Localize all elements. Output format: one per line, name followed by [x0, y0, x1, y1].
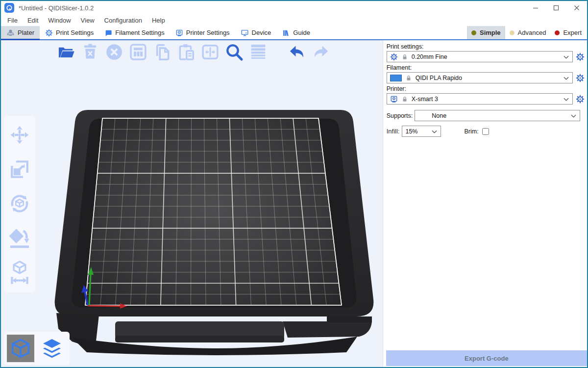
scale-tool-icon[interactable] — [8, 156, 31, 183]
layers-view-icon[interactable] — [38, 335, 66, 362]
place-on-face-tool-icon[interactable] — [8, 225, 31, 251]
tab-label: Print Settings — [56, 29, 94, 36]
chevron-down-icon — [432, 130, 437, 133]
lock-icon — [401, 96, 408, 103]
print-settings-combo[interactable]: 0.20mm Fine — [387, 51, 573, 62]
supports-label: Supports: — [387, 112, 413, 119]
delete-icon[interactable] — [80, 42, 100, 62]
filament-combo[interactable]: QIDI PLA Rapido — [387, 72, 573, 83]
move-tool-icon[interactable] — [8, 122, 31, 148]
menu-window[interactable]: Window — [43, 17, 75, 24]
tab-print-settings[interactable]: Print Settings — [40, 26, 99, 39]
printer-label: Printer: — [387, 85, 587, 92]
menu-edit[interactable]: Edit — [23, 17, 43, 24]
tab-label: Printer Settings — [186, 29, 230, 36]
app-window: *Untitled - QIDISlicer-1.0.2 File Edit W… — [0, 0, 588, 368]
window-title: *Untitled - QIDISlicer-1.0.2 — [19, 4, 94, 12]
gizmo-toolbar — [4, 116, 35, 292]
plater-icon — [6, 28, 15, 37]
edit-print-settings-button[interactable] — [575, 52, 585, 62]
gear-icon — [45, 29, 53, 37]
brim-checkbox[interactable] — [482, 128, 489, 135]
redo-icon[interactable] — [311, 42, 331, 62]
print-settings-value: 0.20mm Fine — [412, 53, 447, 60]
undo-icon[interactable] — [287, 42, 307, 62]
printer-combo[interactable]: X-smart 3 — [387, 93, 573, 105]
tab-bar: Plater Print Settings Filament Settings … — [1, 26, 587, 40]
print-settings-label: Print settings: — [387, 43, 587, 50]
print-bed — [52, 107, 376, 357]
settings-panel: Print settings: 0.20mm Fine Filament: QI… — [383, 40, 587, 367]
title-bar: *Untitled - QIDISlicer-1.0.2 — [1, 1, 587, 15]
filament-label: Filament: — [387, 64, 587, 71]
printer-icon — [390, 95, 398, 103]
supports-combo[interactable]: None — [415, 110, 580, 121]
tab-label: Plater — [18, 29, 34, 36]
mode-label: Simple — [480, 29, 501, 36]
export-gcode-label: Export G-code — [465, 355, 509, 362]
expert-mode-dot-icon — [555, 30, 560, 35]
menu-file[interactable]: File — [2, 17, 23, 24]
tab-device[interactable]: Device — [235, 26, 277, 39]
simple-mode-dot-icon — [471, 30, 476, 35]
measure-tool-icon[interactable] — [8, 259, 31, 286]
chevron-down-icon — [564, 55, 569, 59]
tab-label: Guide — [293, 29, 310, 36]
printer-icon — [175, 29, 183, 37]
maximize-button[interactable] — [546, 1, 566, 15]
filament-color-swatch — [390, 75, 402, 81]
view-switch-panel — [4, 332, 70, 365]
split-icon[interactable] — [200, 42, 220, 62]
edit-printer-button[interactable] — [575, 94, 585, 104]
infill-combo[interactable]: 15% — [402, 126, 441, 137]
mode-simple[interactable]: Simple — [467, 26, 505, 39]
brim-label: Brim: — [464, 128, 478, 135]
tab-printer-settings[interactable]: Printer Settings — [170, 26, 235, 39]
3d-viewport[interactable] — [1, 40, 383, 367]
open-folder-icon[interactable] — [56, 42, 76, 62]
edit-filament-button[interactable] — [575, 73, 585, 83]
filament-value: QIDI PLA Rapido — [416, 75, 462, 81]
tab-plater[interactable]: Plater — [1, 26, 40, 40]
chevron-down-icon — [564, 77, 569, 80]
rotate-tool-icon[interactable] — [8, 190, 31, 217]
infill-value: 15% — [405, 128, 417, 135]
tab-filament-settings[interactable]: Filament Settings — [99, 26, 170, 39]
close-button[interactable] — [566, 1, 587, 15]
chevron-down-icon — [564, 98, 569, 101]
infill-label: Infill: — [387, 128, 400, 135]
lock-icon — [401, 53, 408, 60]
search-icon[interactable] — [224, 42, 245, 62]
gear-icon — [390, 53, 398, 61]
supports-value: None — [432, 112, 446, 119]
mode-switcher: Simple Advanced Expert — [467, 26, 586, 39]
printer-value: X-smart 3 — [412, 96, 438, 103]
menu-bar: File Edit Window View Configuration Help — [1, 15, 587, 26]
device-icon — [241, 29, 249, 37]
layer-height-icon[interactable] — [248, 42, 269, 62]
app-logo-icon — [4, 3, 14, 13]
paste-icon[interactable] — [176, 42, 196, 62]
guide-icon — [282, 29, 290, 37]
mode-expert[interactable]: Expert — [550, 26, 586, 39]
minimize-button[interactable] — [525, 1, 546, 15]
advanced-mode-dot-icon — [510, 30, 514, 35]
plater-toolbar — [56, 42, 331, 62]
mode-label: Expert — [563, 29, 582, 36]
export-gcode-button[interactable]: Export G-code — [386, 350, 587, 366]
tab-guide[interactable]: Guide — [276, 26, 316, 39]
menu-help[interactable]: Help — [147, 17, 170, 24]
delete-all-icon[interactable] — [104, 42, 124, 62]
filament-icon — [104, 29, 112, 37]
copy-icon[interactable] — [152, 42, 172, 62]
3d-view-icon[interactable] — [7, 335, 34, 362]
tab-label: Filament Settings — [115, 29, 164, 36]
tab-label: Device — [252, 29, 271, 36]
menu-view[interactable]: View — [76, 17, 99, 24]
arrange-icon[interactable] — [128, 42, 148, 62]
chevron-down-icon — [571, 114, 576, 118]
menu-configuration[interactable]: Configuration — [99, 17, 147, 24]
lock-icon — [405, 75, 412, 81]
mode-label: Advanced — [518, 29, 546, 36]
mode-advanced[interactable]: Advanced — [505, 26, 551, 39]
